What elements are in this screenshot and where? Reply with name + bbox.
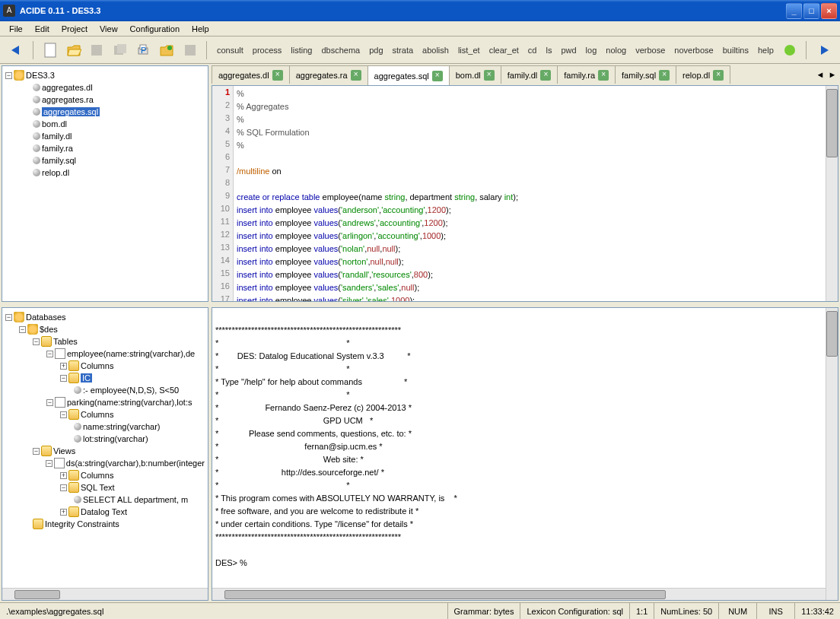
tab-close-icon[interactable]: × [432,71,443,81]
tab-close-icon[interactable]: × [272,70,283,81]
db-tables[interactable]: −Tables [5,335,205,348]
menu-view[interactable]: View [94,23,124,35]
menubar: File Edit Project View Configuration Hel… [0,21,840,37]
run-button[interactable] [780,40,800,61]
open-button[interactable] [63,40,84,61]
disk-button[interactable] [180,40,200,61]
cmd-log[interactable]: log [583,44,600,56]
editor-tab[interactable]: family.ra× [557,65,616,84]
tab-close-icon[interactable]: × [540,70,551,81]
editor-tab[interactable]: family.dl× [501,65,558,84]
tab-close-icon[interactable]: × [598,70,609,81]
svg-text:P: P [141,46,146,55]
db-table-parking[interactable]: −parking(name:string(varchar),lot:s [5,396,205,408]
menu-configuration[interactable]: Configuration [124,23,186,35]
db-sqltext-item[interactable]: SELECT ALL department, m [5,494,205,506]
db-table-employee[interactable]: −employee(name:string(varchar),de [5,348,205,360]
db-col-name[interactable]: name:string(varchar) [5,421,205,433]
db-view-ds[interactable]: −ds(a:string(varchar),b:number(integer [5,457,205,469]
status-pos: 1:1 [629,603,654,619]
project-file[interactable]: aggregates.dl [5,81,205,94]
db-root[interactable]: −Databases [5,311,205,323]
status-num: NUM [718,603,756,619]
db-tree-hscroll[interactable] [2,588,208,600]
save-button[interactable] [87,40,107,61]
menu-project[interactable]: Project [56,23,94,35]
cmd-cd[interactable]: cd [525,44,540,56]
db-des[interactable]: −$des [5,323,205,335]
svg-marker-11 [821,46,829,55]
editor-tab[interactable]: family.sql× [615,65,676,84]
project-file[interactable]: aggregates.sql [5,106,205,118]
editor-scrollbar[interactable] [826,86,838,301]
project-file[interactable]: family.dl [5,130,205,142]
maximize-button[interactable]: □ [803,3,819,19]
svg-rect-2 [91,45,102,56]
cmd-clear_et[interactable]: clear_et [486,44,522,56]
new-file-button[interactable] [40,40,61,61]
menu-edit[interactable]: Edit [29,23,56,35]
db-integrity[interactable]: Integrity Constraints [5,518,205,530]
cmd-help[interactable]: help [755,44,777,56]
db-ic-item[interactable]: :- employee(N,D,S), S<50 [5,384,205,396]
editor-tab[interactable]: aggregates.dl× [212,65,290,84]
cmd-process[interactable]: process [250,44,285,56]
forward-button[interactable] [813,40,834,61]
editor-tab[interactable]: aggregates.ra× [289,65,368,84]
tab-close-icon[interactable]: × [484,70,495,81]
cmd-dbschema[interactable]: dbschema [318,44,363,56]
save-all-button[interactable] [110,40,130,61]
project-file[interactable]: family.sql [5,154,205,167]
cmd-noverbose[interactable]: noverbose [671,44,716,56]
menu-file[interactable]: File [3,23,29,35]
tab-close-icon[interactable]: × [351,70,361,81]
minimize-button[interactable]: _ [786,3,802,19]
cmd-list_et[interactable]: list_et [455,44,483,56]
print-button[interactable]: P [133,40,154,61]
window-title: ACIDE 0.11 - DES3.3 [20,6,786,15]
back-button[interactable] [6,40,27,61]
tree-root[interactable]: −DES3.3 [5,69,205,81]
code-editor[interactable]: 1234567891011121314151617 %% Aggregates%… [212,85,838,302]
db-sqltext[interactable]: −SQL Text [5,481,205,494]
db-columns-2[interactable]: −Columns [5,408,205,421]
cmd-builtins[interactable]: builtins [720,44,752,56]
project-tree-pane[interactable]: −DES3.3 aggregates.dlaggregates.raaggreg… [2,65,208,302]
database-tree-pane[interactable]: −Databases −$des −Tables −employee(name:… [2,307,208,601]
project-file[interactable]: family.ra [5,142,205,154]
cmd-nolog[interactable]: nolog [603,44,629,56]
cmd-listing[interactable]: listing [288,44,315,56]
project-file[interactable]: relop.dl [5,167,205,179]
tab-close-icon[interactable]: × [659,70,670,81]
menu-help[interactable]: Help [186,23,215,35]
cmd-consult[interactable]: consult [214,44,247,56]
console-hscroll[interactable] [212,588,826,600]
db-ic[interactable]: −IC [5,372,205,384]
editor-tab[interactable]: aggregates.sql× [368,65,450,85]
cmd-pwd[interactable]: pwd [558,44,579,56]
app-icon: A [3,5,15,17]
cmd-pdg[interactable]: pdg [366,44,386,56]
db-datalogtext[interactable]: +Datalog Text [5,506,205,518]
db-col-lot[interactable]: lot:string(varchar) [5,433,205,445]
db-columns-1[interactable]: +Columns [5,360,205,372]
console-pane[interactable]: ****************************************… [212,307,838,601]
cmd-abolish[interactable]: abolish [419,44,452,56]
tab-close-icon[interactable]: × [713,70,724,81]
svg-rect-9 [185,45,196,56]
editor-tab[interactable]: relop.dl× [676,65,730,84]
project-file[interactable]: bom.dl [5,118,205,130]
project-file[interactable]: aggregates.ra [5,94,205,106]
db-views[interactable]: −Views [5,445,205,457]
console-scrollbar[interactable] [826,308,838,600]
cmd-ls[interactable]: ls [542,44,555,56]
cmd-verbose[interactable]: verbose [632,44,668,56]
titlebar: A ACIDE 0.11 - DES3.3 _ □ × [0,0,840,21]
tab-scroll-left[interactable]: ◄ [814,70,826,85]
tab-scroll-right[interactable]: ► [826,70,838,85]
cmd-strata[interactable]: strata [390,44,417,56]
db-columns-3[interactable]: +Columns [5,469,205,481]
close-button[interactable]: × [821,3,837,19]
folder-tree-button[interactable] [157,40,177,61]
editor-tab[interactable]: bom.dl× [449,65,501,84]
